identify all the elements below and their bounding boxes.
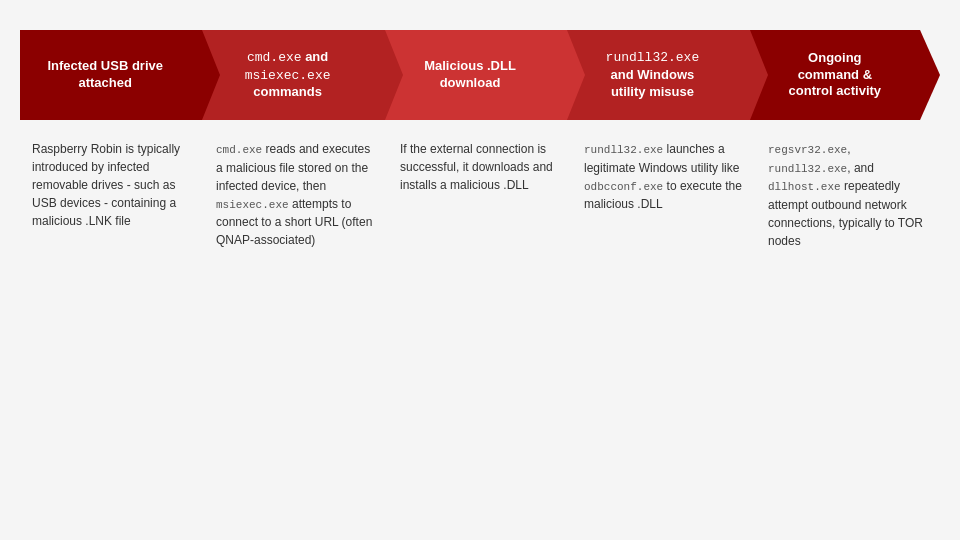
banner-segment-1: Infected USB driveattached [20, 30, 202, 120]
desc-col-3: If the external connection is successful… [388, 140, 572, 530]
rundll32-2-inline: rundll32.exe [768, 163, 847, 175]
desc-col-2: cmd.exe reads and executes a malicious f… [204, 140, 388, 530]
msiexec-exe-text: msiexec.exe [245, 68, 331, 83]
banner-segment-5-label: Ongoingcommand &control activity [789, 50, 881, 101]
odbcconf-inline: odbcconf.exe [584, 181, 663, 193]
rundll32-exe-text: rundll32.exe [606, 50, 700, 65]
page-container: Infected USB driveattached cmd.exe and m… [0, 0, 960, 540]
dllhost-inline: dllhost.exe [768, 181, 841, 193]
descriptions-row: Raspberry Robin is typically introduced … [20, 140, 940, 530]
desc-col-1: Raspberry Robin is typically introduced … [20, 140, 204, 530]
banner-segment-4-label: rundll32.exe and Windowsutility misuse [606, 49, 700, 101]
banner-segment-3: Malicious .DLLdownload [385, 30, 567, 120]
desc-col-5: regsvr32.exe, rundll32.exe, and dllhost.… [756, 140, 940, 530]
cmd-exe-text: cmd.exe [247, 50, 302, 65]
banner-segment-2: cmd.exe and msiexec.exe commands [202, 30, 384, 120]
desc-1-text: Raspberry Robin is typically introduced … [32, 140, 192, 230]
arrow-banner: Infected USB driveattached cmd.exe and m… [20, 30, 940, 120]
banner-segment-2-label: cmd.exe and msiexec.exe commands [245, 49, 331, 102]
desc-col-4: rundll32.exe launches a legitimate Windo… [572, 140, 756, 530]
cmd-exe-inline: cmd.exe [216, 144, 262, 156]
banner-segment-5: Ongoingcommand &control activity [750, 30, 940, 120]
rundll32-inline: rundll32.exe [584, 144, 663, 156]
banner-segment-3-label: Malicious .DLLdownload [424, 58, 516, 92]
desc-2-text: cmd.exe reads and executes a malicious f… [216, 140, 376, 249]
desc-5-text: regsvr32.exe, rundll32.exe, and dllhost.… [768, 140, 928, 250]
msiexec-exe-inline: msiexec.exe [216, 199, 289, 211]
desc-4-text: rundll32.exe launches a legitimate Windo… [584, 140, 744, 213]
banner-segment-4: rundll32.exe and Windowsutility misuse [567, 30, 749, 120]
desc-3-text: If the external connection is successful… [400, 140, 560, 194]
banner-segment-1-label: Infected USB driveattached [47, 58, 163, 92]
regsvr32-inline: regsvr32.exe [768, 144, 847, 156]
